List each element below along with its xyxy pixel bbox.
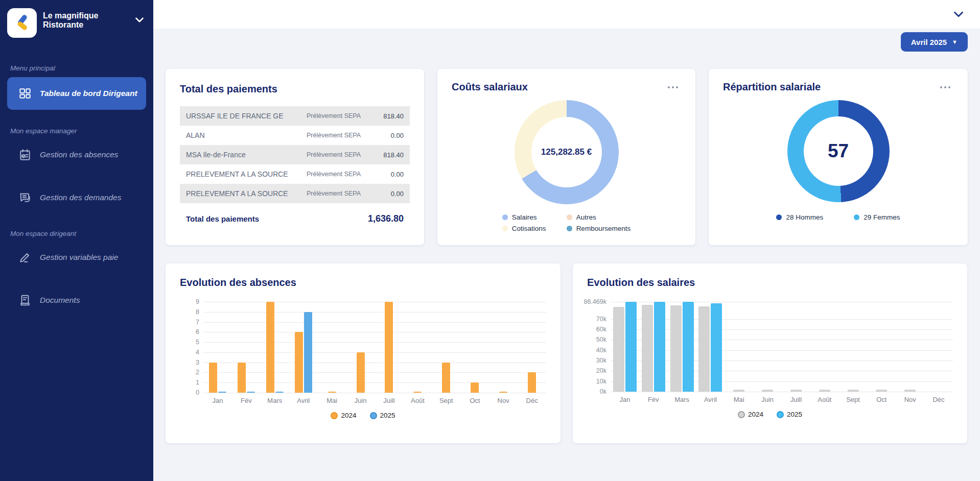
- y-tick-label: 6: [196, 328, 199, 335]
- app-root: Le magnifique Ristorante Menu principal …: [0, 0, 980, 481]
- bar-2024-Mai: [328, 392, 336, 393]
- bar-group-Juill: [782, 302, 810, 392]
- card-evolution-salaires: Evolution des salaires 86.469k70k60k50k4…: [573, 263, 967, 443]
- bar-group-Juin: [346, 302, 375, 393]
- bar-group-Mai: [725, 302, 753, 392]
- x-tick-label: Nov: [896, 396, 924, 403]
- sidebar-item-dashboard[interactable]: Tableau de bord Dirigeant: [7, 77, 146, 110]
- bar-2024-Jan: [209, 363, 217, 393]
- bar-2024-Juin: [762, 390, 773, 392]
- bar-2024-Nov: [904, 390, 916, 392]
- bar-2025-Avril: [711, 303, 722, 392]
- bar-groups: [611, 302, 953, 392]
- legend-item: 2024: [738, 411, 763, 418]
- payment-amount: 0.00: [373, 190, 404, 198]
- plot-area: [203, 302, 546, 393]
- y-tick-label: 0: [196, 389, 199, 396]
- bar-2024-Fév: [238, 363, 246, 393]
- repartition-center-value: 57: [828, 140, 849, 162]
- couts-center-value: 125,282.85 €: [541, 147, 592, 157]
- sidebar-collapse-chevron-icon[interactable]: [133, 13, 146, 27]
- y-tick-label: 8: [196, 308, 199, 316]
- month-selector[interactable]: Avril 2025 ▼: [901, 32, 968, 52]
- document-icon: [18, 294, 32, 307]
- payment-name: PRELEVEMENT A LA SOURCE: [186, 170, 307, 178]
- sidebar-section-label: Menu principal: [0, 64, 153, 72]
- bar-2025-Fév: [654, 302, 665, 392]
- bar-2024-Juill: [385, 302, 393, 393]
- sidebar-item-absences[interactable]: Gestion des absences: [7, 140, 146, 170]
- payment-amount: 0.00: [373, 132, 404, 139]
- absences-bar-chart: 9876543210JanFévMarsAvrilMaiJuinJuillAoû…: [180, 302, 546, 419]
- bar-2024-Avril: [295, 332, 303, 393]
- bar-group-Oct: [460, 302, 489, 393]
- bar-2025-Jan: [625, 302, 637, 392]
- chart-legend: 20242025: [180, 412, 546, 419]
- x-tick-label: Fév: [639, 396, 668, 403]
- payment-name: MSA Ile-de-France: [186, 151, 307, 159]
- bar-2024-Août: [413, 392, 422, 393]
- legend-label: 28 Hommes: [786, 213, 823, 221]
- payment-name: PRELEVEMENT A LA SOURCE: [186, 189, 307, 198]
- sidebar-header: Le magnifique Ristorante: [0, 0, 153, 38]
- caret-down-icon: ▼: [952, 39, 958, 45]
- bar-group-Mai: [318, 302, 346, 393]
- sidebar-item-label: Documents: [40, 296, 80, 305]
- bar-2025-Mars: [683, 302, 694, 392]
- legend-label: Autres: [576, 213, 596, 221]
- bar-2024-Mars: [266, 302, 274, 393]
- repartition-legend: 28 Hommes29 Femmes: [723, 213, 953, 221]
- card-menu-ellipsis-icon[interactable]: [668, 86, 681, 89]
- sidebar-item-variables-paie[interactable]: Gestion variables paie: [7, 243, 146, 272]
- legend-dot: [331, 412, 338, 419]
- bar-group-Avril: [289, 302, 318, 393]
- app-title: Le magnifique Ristorante: [43, 8, 104, 30]
- legend-dot: [777, 411, 784, 418]
- sidebar-item-documents[interactable]: Documents: [7, 285, 146, 315]
- bar-group-Oct: [867, 302, 896, 392]
- payments-table: URSSAF ILE DE FRANCE GEPrélèvement SEPA8…: [180, 106, 410, 203]
- repartition-donut-chart: 57: [787, 100, 890, 202]
- card-couts-salariaux: Coûts salariaux 125,282.85 € SalairesCot…: [437, 69, 695, 245]
- card-menu-ellipsis-icon[interactable]: [940, 86, 953, 89]
- bar-group-Déc: [924, 302, 953, 392]
- table-row: PRELEVEMENT A LA SOURCEPrélèvement SEPA0…: [180, 184, 410, 203]
- legend-label: 2024: [341, 412, 356, 419]
- legend-dot: [567, 226, 572, 231]
- x-tick-label: Juill: [375, 397, 404, 404]
- payment-method: Prélèvement SEPA: [307, 171, 373, 178]
- table-row: MSA Ile-de-FrancePrélèvement SEPA818.40: [180, 145, 410, 164]
- bar-2024-Oct: [876, 390, 887, 392]
- sidebar-item-demandes[interactable]: Gestion des demandes: [7, 183, 146, 212]
- y-axis: 9876543210: [180, 302, 203, 393]
- legend-label: Salaires: [512, 213, 537, 221]
- y-tick-label: 5: [196, 339, 199, 346]
- y-tick-label: 10k: [596, 378, 606, 385]
- dashboard-icon: [18, 87, 32, 100]
- x-tick-label: Déc: [924, 396, 953, 403]
- table-row: ALANPrélèvement SEPA0.00: [180, 126, 410, 145]
- legend-item: Autres: [567, 213, 631, 221]
- toolbar: Avril 2025 ▼: [166, 32, 968, 52]
- x-tick-label: Avril: [696, 396, 725, 403]
- y-axis: 86.469k70k60k50k40k30k20k10k0k: [587, 302, 611, 392]
- x-tick-label: Oct: [460, 397, 489, 404]
- chat-bubbles-icon: [18, 191, 32, 204]
- topbar-chevron-down-icon[interactable]: [951, 7, 966, 22]
- cards-row-bottom: Evolution des absences 9876543210JanFévM…: [166, 263, 968, 443]
- payment-amount: 818.40: [373, 112, 404, 120]
- x-axis-labels: JanFévMarsAvrilMaiJuinJuillAoûtSeptOctNo…: [611, 396, 953, 403]
- dashboard-content: Avril 2025 ▼ Total des paiements URSSAF …: [153, 29, 980, 481]
- gridline: [203, 393, 546, 393]
- gridline: [611, 392, 953, 392]
- card-title: Coûts salariaux: [452, 81, 528, 93]
- legend-dot: [502, 214, 508, 220]
- bar-2024-Sept: [848, 390, 859, 392]
- bar-group-Juill: [375, 302, 404, 393]
- calendar-check-icon: [18, 148, 32, 161]
- payment-name: ALAN: [186, 131, 307, 139]
- legend-dot: [567, 214, 572, 220]
- bar-2025-Fév: [247, 392, 255, 393]
- x-tick-label: Fév: [232, 397, 261, 404]
- bar-2025-Avril: [304, 312, 312, 393]
